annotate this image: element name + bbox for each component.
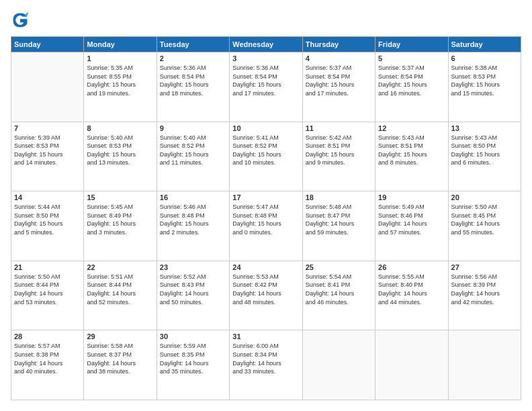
day-number: 1 xyxy=(87,54,153,62)
calendar-cell: 1Sunrise: 5:35 AMSunset: 8:55 PMDaylight… xyxy=(84,52,157,122)
day-number: 31 xyxy=(232,332,299,340)
day-number: 8 xyxy=(87,124,153,132)
calendar-cell: 16Sunrise: 5:46 AMSunset: 8:48 PMDayligh… xyxy=(157,191,229,261)
weekday-header: Saturday xyxy=(448,37,521,52)
day-number: 29 xyxy=(87,332,153,340)
day-number: 14 xyxy=(14,193,81,201)
day-number: 7 xyxy=(14,124,81,132)
calendar-cell: 2Sunrise: 5:36 AMSunset: 8:54 PMDaylight… xyxy=(157,52,229,122)
day-info: Sunrise: 5:58 AMSunset: 8:37 PMDaylight:… xyxy=(87,342,153,375)
calendar-week-row: 7Sunrise: 5:39 AMSunset: 8:53 PMDaylight… xyxy=(11,122,521,191)
weekday-header: Monday xyxy=(84,37,157,52)
day-number: 19 xyxy=(378,193,445,201)
day-number: 9 xyxy=(160,124,226,132)
day-number: 5 xyxy=(378,54,445,62)
day-info: Sunrise: 5:41 AMSunset: 8:52 PMDaylight:… xyxy=(232,134,299,167)
calendar-week-row: 28Sunrise: 5:57 AMSunset: 8:38 PMDayligh… xyxy=(11,330,521,400)
calendar-cell: 28Sunrise: 5:57 AMSunset: 8:38 PMDayligh… xyxy=(11,330,84,400)
calendar-cell: 11Sunrise: 5:42 AMSunset: 8:51 PMDayligh… xyxy=(302,122,375,191)
day-info: Sunrise: 5:43 AMSunset: 8:51 PMDaylight:… xyxy=(378,134,445,167)
day-number: 17 xyxy=(232,193,299,201)
day-info: Sunrise: 5:36 AMSunset: 8:54 PMDaylight:… xyxy=(160,64,226,97)
calendar-cell: 13Sunrise: 5:43 AMSunset: 8:50 PMDayligh… xyxy=(448,122,521,191)
calendar-cell: 10Sunrise: 5:41 AMSunset: 8:52 PMDayligh… xyxy=(230,122,302,191)
day-info: Sunrise: 5:45 AMSunset: 8:49 PMDaylight:… xyxy=(87,203,153,236)
day-number: 15 xyxy=(87,193,153,201)
day-number: 24 xyxy=(232,263,299,271)
day-number: 12 xyxy=(378,124,445,132)
day-number: 3 xyxy=(232,54,299,62)
day-info: Sunrise: 5:37 AMSunset: 8:54 PMDaylight:… xyxy=(306,64,372,97)
day-number: 4 xyxy=(306,54,372,62)
weekday-header: Thursday xyxy=(302,37,375,52)
calendar-cell: 31Sunrise: 6:00 AMSunset: 8:34 PMDayligh… xyxy=(230,330,302,400)
page-header xyxy=(11,11,521,30)
day-info: Sunrise: 5:40 AMSunset: 8:53 PMDaylight:… xyxy=(87,134,153,167)
calendar-cell xyxy=(375,330,448,400)
calendar-cell: 27Sunrise: 5:56 AMSunset: 8:39 PMDayligh… xyxy=(448,261,521,330)
day-number: 20 xyxy=(451,193,518,201)
day-number: 13 xyxy=(451,124,518,132)
calendar-cell: 4Sunrise: 5:37 AMSunset: 8:54 PMDaylight… xyxy=(302,52,375,122)
day-number: 11 xyxy=(306,124,372,132)
day-info: Sunrise: 5:42 AMSunset: 8:51 PMDaylight:… xyxy=(306,134,372,167)
weekday-header-row: SundayMondayTuesdayWednesdayThursdayFrid… xyxy=(11,37,521,52)
calendar-cell: 12Sunrise: 5:43 AMSunset: 8:51 PMDayligh… xyxy=(375,122,448,191)
day-info: Sunrise: 5:37 AMSunset: 8:54 PMDaylight:… xyxy=(378,64,445,97)
day-info: Sunrise: 5:40 AMSunset: 8:52 PMDaylight:… xyxy=(160,134,226,167)
day-info: Sunrise: 5:39 AMSunset: 8:53 PMDaylight:… xyxy=(14,134,81,167)
day-number: 10 xyxy=(232,124,299,132)
day-number: 30 xyxy=(160,332,226,340)
calendar-cell: 25Sunrise: 5:54 AMSunset: 8:41 PMDayligh… xyxy=(302,261,375,330)
day-number: 16 xyxy=(160,193,226,201)
calendar-cell: 30Sunrise: 5:59 AMSunset: 8:35 PMDayligh… xyxy=(157,330,229,400)
logo-icon xyxy=(11,11,30,30)
calendar-cell: 17Sunrise: 5:47 AMSunset: 8:48 PMDayligh… xyxy=(230,191,302,261)
day-number: 18 xyxy=(306,193,372,201)
day-info: Sunrise: 5:54 AMSunset: 8:41 PMDaylight:… xyxy=(306,273,372,306)
calendar-cell: 26Sunrise: 5:55 AMSunset: 8:40 PMDayligh… xyxy=(375,261,448,330)
calendar-cell: 7Sunrise: 5:39 AMSunset: 8:53 PMDaylight… xyxy=(11,122,84,191)
day-number: 6 xyxy=(451,54,518,62)
day-info: Sunrise: 5:47 AMSunset: 8:48 PMDaylight:… xyxy=(232,203,299,236)
day-number: 28 xyxy=(14,332,81,340)
calendar-table: SundayMondayTuesdayWednesdayThursdayFrid… xyxy=(11,36,521,400)
calendar-cell: 5Sunrise: 5:37 AMSunset: 8:54 PMDaylight… xyxy=(375,52,448,122)
day-info: Sunrise: 5:52 AMSunset: 8:43 PMDaylight:… xyxy=(160,273,226,306)
day-info: Sunrise: 5:59 AMSunset: 8:35 PMDaylight:… xyxy=(160,342,226,375)
day-number: 26 xyxy=(378,263,445,271)
day-info: Sunrise: 5:55 AMSunset: 8:40 PMDaylight:… xyxy=(378,273,445,306)
calendar-cell: 22Sunrise: 5:51 AMSunset: 8:44 PMDayligh… xyxy=(84,261,157,330)
calendar-cell: 8Sunrise: 5:40 AMSunset: 8:53 PMDaylight… xyxy=(84,122,157,191)
calendar-cell: 29Sunrise: 5:58 AMSunset: 8:37 PMDayligh… xyxy=(84,330,157,400)
weekday-header: Sunday xyxy=(11,37,84,52)
day-info: Sunrise: 5:36 AMSunset: 8:54 PMDaylight:… xyxy=(232,64,299,97)
calendar-cell: 15Sunrise: 5:45 AMSunset: 8:49 PMDayligh… xyxy=(84,191,157,261)
day-number: 25 xyxy=(306,263,372,271)
day-info: Sunrise: 6:00 AMSunset: 8:34 PMDaylight:… xyxy=(232,342,299,375)
day-info: Sunrise: 5:49 AMSunset: 8:46 PMDaylight:… xyxy=(378,203,445,236)
day-info: Sunrise: 5:50 AMSunset: 8:45 PMDaylight:… xyxy=(451,203,518,236)
calendar-cell xyxy=(448,330,521,400)
calendar-cell: 6Sunrise: 5:38 AMSunset: 8:53 PMDaylight… xyxy=(448,52,521,122)
day-info: Sunrise: 5:46 AMSunset: 8:48 PMDaylight:… xyxy=(160,203,226,236)
day-info: Sunrise: 5:57 AMSunset: 8:38 PMDaylight:… xyxy=(14,342,81,375)
day-info: Sunrise: 5:44 AMSunset: 8:50 PMDaylight:… xyxy=(14,203,81,236)
calendar-week-row: 21Sunrise: 5:50 AMSunset: 8:44 PMDayligh… xyxy=(11,261,521,330)
day-number: 22 xyxy=(87,263,153,271)
day-info: Sunrise: 5:43 AMSunset: 8:50 PMDaylight:… xyxy=(451,134,518,167)
calendar-cell xyxy=(11,52,84,122)
calendar-cell: 3Sunrise: 5:36 AMSunset: 8:54 PMDaylight… xyxy=(230,52,302,122)
calendar-cell: 19Sunrise: 5:49 AMSunset: 8:46 PMDayligh… xyxy=(375,191,448,261)
calendar-cell: 24Sunrise: 5:53 AMSunset: 8:42 PMDayligh… xyxy=(230,261,302,330)
day-info: Sunrise: 5:53 AMSunset: 8:42 PMDaylight:… xyxy=(232,273,299,306)
calendar-cell: 14Sunrise: 5:44 AMSunset: 8:50 PMDayligh… xyxy=(11,191,84,261)
calendar-cell xyxy=(302,330,375,400)
day-info: Sunrise: 5:56 AMSunset: 8:39 PMDaylight:… xyxy=(451,273,518,306)
calendar-cell: 23Sunrise: 5:52 AMSunset: 8:43 PMDayligh… xyxy=(157,261,229,330)
calendar-cell: 18Sunrise: 5:48 AMSunset: 8:47 PMDayligh… xyxy=(302,191,375,261)
day-number: 21 xyxy=(14,263,81,271)
calendar-cell: 20Sunrise: 5:50 AMSunset: 8:45 PMDayligh… xyxy=(448,191,521,261)
day-number: 2 xyxy=(160,54,226,62)
day-info: Sunrise: 5:50 AMSunset: 8:44 PMDaylight:… xyxy=(14,273,81,306)
